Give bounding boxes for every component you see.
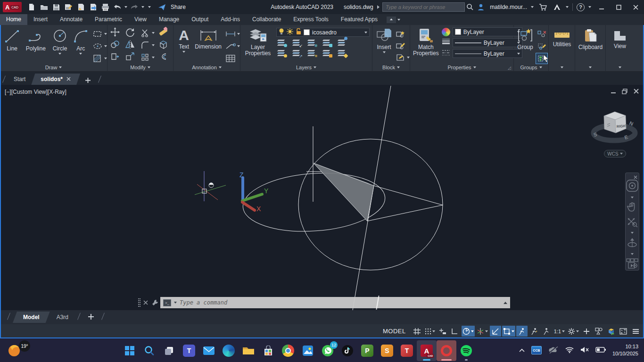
osnap-dropdown-icon[interactable] [512,330,514,332]
scale-dropdown-icon[interactable] [562,330,565,332]
hatch-tool-icon[interactable] [92,53,103,64]
block-attributes-icon[interactable] [395,52,406,63]
lineweight-icon[interactable] [442,38,450,47]
layer-lock-icon[interactable] [322,39,332,47]
line-button[interactable]: Line [3,25,21,63]
taskbar-chrome-icon[interactable] [278,340,298,361]
new-file-icon[interactable] [26,2,37,12]
search-input[interactable] [382,2,465,12]
help-dropdown-icon[interactable] [588,6,591,8]
qat-customize-icon[interactable] [148,6,151,8]
linetype-icon[interactable] [442,49,450,58]
taskbar-spotify-icon[interactable] [456,340,476,361]
clipboard-button[interactable]: Clipboard [575,25,606,63]
viewport-controls-label[interactable]: [−][Custom View][X-Ray] [5,89,66,95]
ellipse-tool-icon[interactable] [92,41,103,51]
taskbar-start-button[interactable] [120,340,140,361]
clean-screen-button[interactable] [618,326,629,337]
viewport-close-icon[interactable] [634,89,639,96]
viewport-minimize-icon[interactable] [611,89,616,96]
tray-onedrive-icon[interactable] [548,346,559,355]
layer-thaw-tool-icon[interactable]: ☀ [306,49,317,58]
taskbar-text-app-icon[interactable]: T [397,340,417,361]
viewport-restore-icon[interactable] [622,89,628,96]
scale-icon[interactable] [124,51,136,62]
ribbon-tab-insert[interactable]: Insert [27,14,54,25]
tray-battery-icon[interactable] [595,347,606,354]
layer-match-icon[interactable] [337,49,347,58]
share-label[interactable]: Share [171,4,186,10]
leader-icon[interactable] [225,41,236,51]
offset-icon[interactable] [157,51,169,62]
file-tab-solidos[interactable]: solidos* [31,74,80,85]
linear-dim-dropdown-icon[interactable] [237,33,240,35]
insert-dropdown-icon[interactable] [383,51,386,53]
layer-on-tool-icon[interactable] [276,49,287,58]
properties-panel-label[interactable]: Properties◿ [410,64,513,71]
edit-block-icon[interactable] [395,41,406,51]
group-button[interactable]: Group [516,25,535,63]
annotation-autoscale-toggle[interactable] [528,326,540,337]
snap-mode-toggle[interactable] [424,326,436,337]
fillet-dropdown-icon[interactable] [152,44,155,46]
trim-dropdown-icon[interactable] [152,32,155,34]
circle-dropdown-icon[interactable] [58,53,61,55]
layer-make-current-icon[interactable] [337,39,347,47]
polar-dropdown-icon[interactable] [471,330,474,332]
ribbon-collapse-button[interactable] [387,16,400,23]
navbar-wheel-caret-icon[interactable] [631,197,634,198]
undo-dropdown-icon[interactable] [124,6,127,8]
workspace-dropdown-icon[interactable] [576,330,579,332]
taskbar-tiktok-icon[interactable] [338,340,357,361]
drawing-canvas[interactable]: Z Y X [−][Custom View][X-Ray] S E N [0,85,644,310]
iso-dropdown-icon[interactable] [485,330,488,332]
zoom-extents-icon[interactable] [627,217,638,229]
text-dropdown-icon[interactable] [182,51,185,53]
transfer-icon[interactable] [88,2,98,12]
create-block-icon[interactable] [395,29,406,39]
object-color-dropdown[interactable]: ByLayer [453,27,522,36]
block-dropdown-icon[interactable] [407,57,410,58]
taskbar-store-icon[interactable] [258,340,278,361]
taskbar-sheets-app-icon[interactable]: S [377,340,397,361]
search-expand-icon[interactable] [377,5,380,9]
redo-button[interactable] [129,2,140,12]
navigation-wheel-icon[interactable] [626,180,638,193]
ribbon-tab-parametric[interactable]: Parametric [89,14,128,25]
dimension-button[interactable]: Dimension [193,25,223,63]
undo-button[interactable] [112,2,123,12]
layout-tab-a3rd[interactable]: A3rd [50,312,75,323]
polyline-button[interactable]: Polyline [24,25,47,63]
command-history-caret-icon[interactable] [174,302,177,304]
layer-unlock-icon[interactable] [296,28,301,36]
block-panel-label[interactable]: Block [372,64,410,71]
taskbar-weather-widget[interactable]: 19° [7,340,33,360]
taskbar-autocad-icon[interactable]: A CAD [417,340,437,361]
tray-wifi-icon[interactable] [565,346,574,354]
taskbar-opera-icon[interactable] [437,340,456,361]
file-tab-close-icon[interactable] [66,76,71,82]
match-properties-button[interactable]: Match Properties [413,25,439,63]
model-space-toggle[interactable]: MODEL [383,328,406,335]
annotation-scale-icon[interactable] [541,326,552,337]
rotate-icon[interactable] [124,27,136,37]
leader-dropdown-icon[interactable] [237,45,240,47]
tray-volume-muted-icon[interactable] [580,346,589,354]
insert-button[interactable]: Insert [374,25,394,63]
layer-color-swatch[interactable] [304,29,310,35]
navbar-collapse-icon[interactable] [633,263,637,269]
autocad-logo[interactable]: A CAD [3,2,22,12]
help-icon[interactable]: ? [577,3,585,11]
navbar-zoom-caret-icon[interactable] [631,232,634,234]
workspace-switching-button[interactable] [567,326,580,337]
ribbon-tab-manage[interactable]: Manage [153,14,185,25]
ribbon-tab-express-tools[interactable]: Express Tools [287,14,334,25]
maximize-button[interactable] [612,1,625,13]
array-icon[interactable] [140,52,151,63]
taskbar-file-explorer-icon[interactable] [239,340,258,361]
autodesk-app-icon[interactable] [552,2,562,12]
text-button[interactable]: A Text [176,25,191,63]
ribbon-tab-annotate[interactable]: Annotate [54,14,89,25]
ribbon-tab-home[interactable]: Home [0,14,27,25]
view-button[interactable]: View [606,25,634,63]
